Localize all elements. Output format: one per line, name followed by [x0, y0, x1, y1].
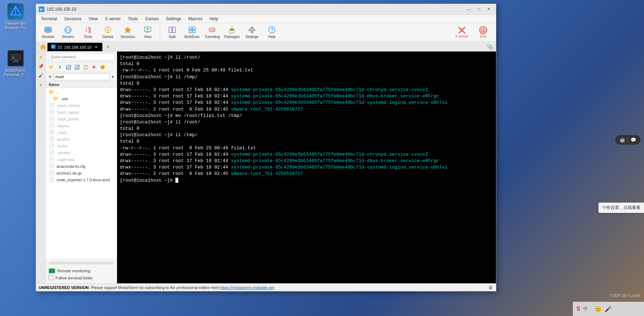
path-input[interactable] — [53, 73, 110, 80]
ai-icon2: 💬 — [630, 137, 636, 143]
svg-rect-26 — [192, 27, 195, 30]
close-button[interactable]: ✕ — [484, 5, 493, 13]
remote-monitoring-button[interactable]: Remote monitoring — [49, 267, 114, 274]
quick-connect-input[interactable] — [48, 53, 115, 61]
maximize-button[interactable]: □ — [474, 5, 483, 13]
list-item[interactable]: 📄 .bash_logout — [46, 109, 117, 116]
servers-button[interactable]: Servers — [59, 24, 77, 41]
list-item[interactable]: 📄 .wget-hsts — [46, 156, 117, 163]
vmware-icon[interactable]: VMware Wo rkstation Pro — [3, 3, 28, 30]
view-button[interactable]: View — [138, 24, 157, 41]
svg-point-32 — [249, 27, 254, 32]
file-btn-delete[interactable]: ✖ — [90, 64, 98, 71]
settings-button[interactable]: Settings — [243, 24, 261, 41]
tab-session[interactable]: M 23. 192.168.100.10 ✕ — [47, 43, 102, 51]
menu-xserver[interactable]: X server — [101, 16, 125, 22]
minimize-button[interactable]: — — [464, 5, 473, 13]
file-btn-download[interactable]: ⬇ — [56, 64, 64, 71]
file-btn-sync[interactable]: 🔄 — [73, 64, 81, 71]
sidebar-scrollbar[interactable] — [49, 262, 114, 264]
file-icon: 📄 — [49, 157, 54, 162]
list-item[interactable]: 📄 .bash_history — [46, 102, 117, 109]
menu-macros[interactable]: Macros — [185, 16, 206, 22]
view-label: View — [144, 35, 152, 39]
term-text: drwx------. 3 root root 17 Feb 18 02:44 — [120, 158, 231, 164]
toolbar-right: X server Exit — [452, 24, 493, 41]
list-item[interactable]: 📁 .ssh — [46, 95, 117, 102]
list-item[interactable]: 📄 archive1.tar.gz — [46, 170, 117, 176]
term-dir: systemd-private-65c4299e3b63405fa775fe0e… — [231, 165, 448, 170]
nav-brush-button[interactable]: 🖌 — [37, 71, 45, 79]
file-name: .cshrc — [57, 130, 67, 135]
svg-rect-22 — [146, 32, 149, 33]
terminal[interactable]: [root@localhost ~]# ll /root/ total 0 -r… — [117, 52, 496, 283]
term-dir: vmware-root_761-4256610727 — [231, 107, 303, 112]
multiexec-button[interactable]: MultiExec — [183, 24, 201, 41]
file-btn-refresh[interactable]: 🔃 — [64, 64, 72, 71]
input-s-button[interactable]: S — [576, 306, 580, 312]
games-button[interactable]: Games — [99, 24, 117, 41]
follow-folder-toggle[interactable]: Follow terminal folder — [49, 274, 114, 281]
svg-text:M: M — [40, 8, 43, 11]
menu-tools[interactable]: Tools — [125, 16, 142, 22]
menu-view[interactable]: View — [85, 16, 101, 22]
list-item[interactable]: 📄 .bash_profile — [46, 116, 117, 122]
tab-close-button[interactable]: ✕ — [94, 45, 99, 50]
list-item[interactable]: 📄 node_exporter-1.7.0.linux-amd — [46, 176, 117, 183]
file-icon: 📄 — [49, 143, 54, 149]
ai-icon1: 🤖 — [619, 137, 625, 143]
split-button[interactable]: Split — [163, 24, 181, 41]
menu-games[interactable]: Games — [142, 16, 163, 22]
tab-area: M 23. 192.168.100.10 ✕ + 📎 — [36, 42, 496, 52]
menu-help[interactable]: Help — [206, 16, 222, 22]
input-mic-button[interactable]: 🎤 — [605, 306, 612, 312]
help-icon: ? — [268, 26, 276, 34]
list-item[interactable]: 📄 .bashrc — [46, 122, 117, 129]
list-item[interactable]: 📁 .. — [46, 89, 117, 95]
new-tab-button[interactable]: + — [104, 43, 112, 51]
path-dropdown-icon[interactable]: ▼ — [111, 75, 115, 79]
sessions-button[interactable]: Sessions — [118, 24, 137, 41]
term-cmd: ll /tmp/ — [175, 74, 197, 80]
ai-badge-button[interactable]: 🤖 | 💬 — [615, 135, 640, 145]
list-item[interactable]: 📄 .lesshst — [46, 136, 117, 143]
nav-star-button[interactable]: ★ — [37, 53, 45, 61]
status-message: - Please support MobaXterm by subscribin… — [89, 285, 220, 290]
tools-button[interactable]: Tools — [79, 24, 97, 41]
input-dot-button[interactable]: · — [591, 306, 592, 312]
list-item[interactable]: 📄 .cshrc — [46, 129, 117, 136]
file-name: .viminfo — [57, 151, 70, 155]
menu-sessions[interactable]: Sessions — [60, 16, 85, 22]
term-line: drwx------. 2 root root 6 Feb 18 02:45 v… — [120, 171, 493, 177]
help-button[interactable]: ? Help — [263, 24, 281, 41]
follow-folder-checkbox[interactable] — [49, 275, 53, 280]
list-item[interactable]: 📄 .tcshrc — [46, 143, 117, 149]
term-text: drwx------. 2 root root 6 Feb 18 02:45 — [120, 107, 231, 112]
session-button[interactable]: Session — [39, 24, 57, 41]
view-icon — [143, 26, 152, 34]
list-item[interactable]: 📄 anaconda-ks.cfg — [46, 163, 117, 170]
file-btn-folder[interactable]: 📁 — [47, 64, 55, 71]
file-btn-settings[interactable]: 🔶 — [99, 64, 106, 71]
packages-button[interactable]: Packages — [223, 24, 241, 41]
list-item[interactable]: 📄 .viminfo — [46, 149, 117, 156]
file-name: .bash_history — [57, 103, 80, 108]
attach-button[interactable]: 📎 — [486, 43, 495, 51]
file-btn-copy[interactable]: 📋 — [81, 64, 89, 71]
term-prompt: [root@localhost ~]# — [120, 132, 175, 138]
tunneling-button[interactable]: Tunneling — [203, 24, 221, 41]
nav-pin-button[interactable]: 📌 — [37, 62, 45, 70]
mobaxterm-icon[interactable]: >_ MobaXterm Personal_2... — [3, 50, 28, 77]
personalize-banner[interactable]: 个性设置，点我看看 — [598, 203, 644, 213]
status-link[interactable]: https://mobaxterm.mobatek.net — [220, 285, 274, 290]
input-smile-button[interactable]: 😊 — [595, 306, 602, 312]
term-line: -rw-r--r--. 1 root root 0 Feb 25 00:49 f… — [120, 67, 493, 74]
window-controls: — □ ✕ — [464, 5, 493, 13]
term-text: total 0 — [120, 126, 139, 131]
nav-circle-button[interactable]: ● — [37, 81, 45, 89]
menu-terminal[interactable]: Terminal — [37, 16, 60, 22]
xserver-button[interactable]: X server — [452, 24, 472, 41]
exit-button[interactable]: Exit — [473, 24, 493, 41]
home-tab[interactable] — [39, 43, 47, 51]
menu-settings[interactable]: Settings — [162, 16, 185, 22]
